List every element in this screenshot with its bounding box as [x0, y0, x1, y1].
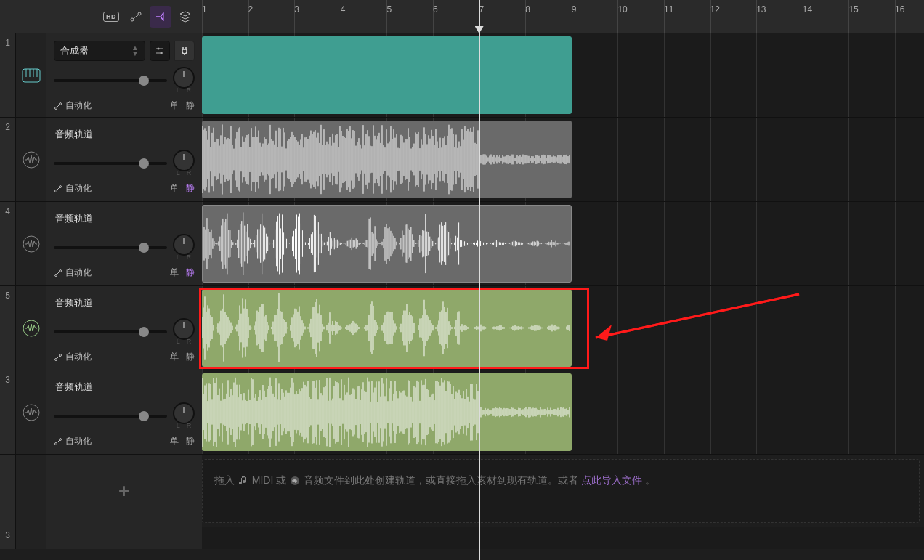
ruler-label: 16 — [895, 4, 904, 15]
volume-slider[interactable] — [54, 79, 167, 82]
track-number[interactable]: 3 — [0, 370, 16, 454]
audio-clip[interactable] — [202, 205, 572, 283]
dropzone-text: 。 — [645, 474, 655, 486]
automation-icon — [54, 102, 62, 110]
track-number[interactable]: 5 — [0, 286, 16, 370]
track-lane[interactable] — [202, 33, 924, 117]
empty-lane[interactable] — [202, 527, 924, 549]
track-name[interactable]: 音频轨道 — [54, 125, 94, 144]
mute-button[interactable]: 静 — [186, 267, 195, 279]
track-lane[interactable] — [202, 118, 924, 201]
audio-clip[interactable] — [202, 121, 572, 198]
track-lane[interactable] — [202, 202, 924, 285]
volume-slider[interactable] — [54, 330, 167, 333]
dropzone-lane[interactable]: 拖入 MIDI 或 音频文件到此处创建轨道，或直接拖入素材到现有轨道。或者 点此… — [202, 459, 920, 523]
dropzone-text: 音频文件到此处创建轨道，或直接拖入素材到现有轨道。或者 — [304, 474, 581, 486]
toolbar-buttons: HD — [0, 0, 202, 33]
solo-button[interactable]: 单 — [170, 351, 179, 363]
track-header: 音频轨道L R自动化单静 — [46, 202, 202, 285]
track-row: 2音频轨道L R自动化单静 — [0, 118, 924, 202]
layers-tool-icon[interactable] — [174, 6, 196, 28]
hd-button[interactable]: HD — [100, 6, 122, 28]
pan-knob[interactable] — [173, 318, 195, 340]
ruler-label: 13 — [756, 4, 766, 15]
track-row: 4音频轨道L R自动化单静 — [0, 202, 924, 286]
track-lane[interactable] — [202, 286, 924, 370]
track-header: 音频轨道L R自动化单静 — [46, 286, 202, 370]
waveform-icon[interactable] — [16, 286, 46, 370]
solo-button[interactable]: 单 — [170, 435, 179, 447]
plug-icon[interactable] — [174, 41, 195, 61]
svg-line-25 — [57, 356, 60, 359]
note-icon — [238, 475, 249, 487]
volume-slider[interactable] — [54, 415, 167, 418]
waveform — [203, 206, 571, 282]
pan-knob[interactable] — [173, 234, 195, 256]
waveform-icon[interactable] — [16, 370, 46, 454]
solo-button[interactable]: 单 — [170, 100, 179, 112]
audio-clip[interactable] — [202, 373, 572, 451]
automation-button[interactable]: 自动化 — [54, 182, 92, 195]
add-track-button[interactable]: + — [118, 479, 130, 503]
midi-clip[interactable] — [202, 36, 572, 114]
tracks-area: 1合成器▲▼L R自动化单静2音频轨道L R自动化单静4音频轨道L R自动化单静… — [0, 33, 924, 455]
timeline-ruler[interactable]: 12345678910111213141516 — [202, 0, 924, 33]
playhead[interactable] — [479, 0, 480, 560]
svg-line-17 — [57, 187, 60, 190]
waveform — [202, 121, 572, 198]
ruler-label: 3 — [294, 4, 299, 15]
mute-button[interactable]: 静 — [186, 182, 195, 195]
mute-button[interactable]: 静 — [186, 435, 195, 447]
pan-knob[interactable] — [173, 402, 195, 424]
ruler-label: 5 — [386, 4, 392, 15]
chevron-updown-icon: ▲▼ — [131, 45, 139, 57]
gutter-number: 3 — [0, 527, 16, 549]
track-name[interactable]: 音频轨道 — [54, 293, 94, 312]
piano-icon[interactable] — [16, 33, 46, 117]
track-header: 音频轨道L R自动化单静 — [46, 370, 202, 454]
track-number[interactable]: 2 — [0, 118, 16, 201]
waveform — [202, 373, 572, 451]
automation-button[interactable]: 自动化 — [54, 267, 92, 279]
track-name[interactable]: 音频轨道 — [54, 378, 94, 397]
pan-knob[interactable] — [173, 67, 195, 89]
ruler-label: 10 — [617, 4, 627, 15]
mute-button[interactable]: 静 — [186, 351, 195, 363]
ruler-label: 8 — [525, 4, 530, 15]
waveform-icon[interactable] — [16, 118, 46, 201]
dropzone-text: 拖入 — [214, 474, 238, 486]
automation-tool-icon[interactable] — [125, 6, 147, 28]
automation-icon — [54, 184, 62, 193]
waveform — [202, 289, 572, 367]
volume-slider[interactable] — [54, 246, 167, 249]
track-header: 合成器▲▼L R自动化单静 — [46, 33, 202, 117]
automation-button[interactable]: 自动化 — [54, 351, 92, 363]
audio-clip[interactable] — [202, 289, 572, 367]
automation-button[interactable]: 自动化 — [54, 435, 92, 447]
instrument-select[interactable]: 合成器▲▼ — [54, 41, 145, 61]
snap-tool-icon[interactable] — [150, 6, 171, 28]
solo-button[interactable]: 单 — [170, 267, 179, 279]
track-number[interactable]: 4 — [0, 202, 16, 285]
track-lane[interactable] — [202, 370, 924, 454]
solo-button[interactable]: 单 — [170, 182, 179, 195]
svg-point-9 — [158, 48, 160, 50]
volume-slider[interactable] — [54, 162, 167, 165]
automation-icon — [54, 269, 62, 277]
fx-settings-icon[interactable] — [150, 41, 170, 61]
pan-knob[interactable] — [173, 150, 195, 171]
svg-line-29 — [57, 440, 60, 443]
ruler-label: 11 — [664, 4, 673, 15]
gutter — [0, 455, 16, 527]
ruler-label: 6 — [433, 4, 438, 15]
waveform-icon[interactable] — [16, 202, 46, 285]
ruler-label: 9 — [572, 4, 577, 15]
automation-button[interactable]: 自动化 — [54, 100, 92, 112]
ruler-label: 14 — [803, 4, 812, 15]
add-track-header: + — [46, 455, 202, 527]
mute-button[interactable]: 静 — [186, 100, 195, 112]
top-toolbar: HD 12345678910111213141516 — [0, 0, 924, 33]
track-number[interactable]: 1 — [0, 33, 16, 117]
import-file-link[interactable]: 点此导入文件 — [581, 474, 642, 486]
track-name[interactable]: 音频轨道 — [54, 209, 94, 228]
